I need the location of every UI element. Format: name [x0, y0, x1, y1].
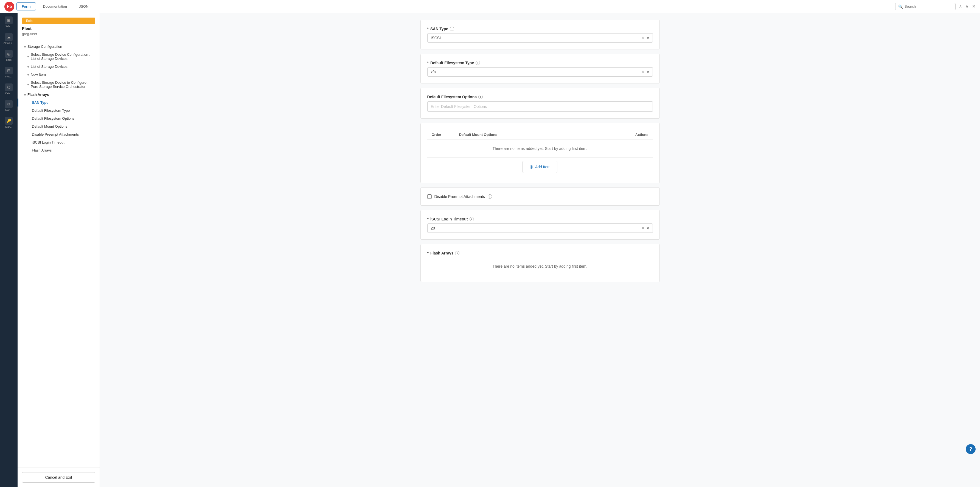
nav-item-sites[interactable]: ◎ Sites [5, 50, 13, 61]
filesystem-options-input[interactable] [427, 101, 653, 112]
label-default-mount-options: Default Mount Options [32, 124, 67, 129]
label-disable-preempt: Disable Preempt Attachments [32, 132, 79, 137]
disable-preempt-checkbox[interactable] [427, 194, 432, 199]
search-next[interactable]: ∨ [964, 3, 970, 10]
filesystem-options-section: Default Filesystem Options i [420, 88, 660, 119]
col-order-header: Order [432, 133, 459, 137]
nav-item-fleet[interactable]: ⊟ Flee... [5, 67, 13, 78]
nav-label-extensions: Exte... [5, 92, 12, 95]
search-prev[interactable]: ∧ [958, 3, 963, 10]
nav-label-grid: Sele... [5, 25, 12, 28]
filesystem-type-clear[interactable]: × [642, 70, 644, 74]
fleet-title: Fleet [18, 26, 100, 32]
nav-label-cloud: Cloud a... [3, 42, 14, 45]
help-button[interactable]: ? [966, 444, 975, 454]
tree-item-list-storage-devices[interactable]: List of Storage Devices [18, 63, 100, 70]
dot-flash-arrays [24, 94, 26, 95]
tree-item-san-type[interactable]: SAN Type [18, 99, 100, 107]
flash-arrays-required: * [427, 251, 429, 255]
tree-item-default-filesystem-options[interactable]: Default Filesystem Options [18, 115, 100, 123]
disable-preempt-label: Disable Preempt Attachments [434, 194, 485, 199]
nav-item-grid[interactable]: ⊞ Sele... [5, 16, 13, 28]
search-close[interactable]: ✕ [972, 4, 975, 9]
label-new-item: New Item [31, 72, 46, 76]
grid-icon: ⊞ [5, 16, 13, 24]
tree-item-default-filesystem-type[interactable]: Default Filesystem Type [18, 107, 100, 115]
label-storage-config: Storage Configuration [27, 45, 62, 49]
nav-item-cloud[interactable]: ☁ Cloud a... [3, 33, 14, 45]
flash-arrays-label-text: Flash Arrays [430, 251, 453, 255]
edit-badge: Edit [22, 18, 95, 24]
add-item-row: ⊕ Add Item [427, 158, 653, 176]
add-item-button[interactable]: ⊕ Add Item [522, 161, 557, 173]
tree-item-default-mount-options[interactable]: Default Mount Options [18, 123, 100, 131]
san-type-info-icon[interactable]: i [450, 27, 454, 31]
iscsi-timeout-info-icon[interactable]: i [469, 217, 474, 221]
label-default-filesystem-type: Default Filesystem Type [32, 108, 70, 113]
table-header: Order Default Mount Options Actions [427, 130, 653, 140]
tree-item-disable-preempt[interactable]: Disable Preempt Attachments [18, 131, 100, 138]
filesystem-type-select[interactable]: xfs × ∨ [427, 67, 653, 76]
nav-item-extensions[interactable]: ⬡ Exte... [5, 83, 13, 95]
nav-label-keys: Man... [5, 126, 12, 128]
iscsi-timeout-label: * iSCSI Login Timeout i [427, 217, 653, 221]
san-type-chevron[interactable]: ∨ [647, 36, 649, 40]
flash-arrays-info-icon[interactable]: i [455, 251, 460, 255]
san-type-clear[interactable]: × [642, 36, 644, 40]
tree-item-iscsi-login-timeout[interactable]: iSCSI Login Timeout [18, 138, 100, 146]
tree-item-select-storage-device[interactable]: Select Storage Device Configuration : Li… [18, 51, 100, 63]
nav-label-fleet: Flee... [5, 75, 12, 78]
col-mount-header: Default Mount Options [459, 133, 616, 137]
filesystem-type-label-text: Default Filesystem Type [430, 60, 474, 65]
col-actions-header: Actions [616, 133, 649, 137]
nav-item-keys[interactable]: 🔑 Man... [5, 117, 13, 128]
tree-item-flash-arrays[interactable]: Flash Arrays [18, 91, 100, 99]
mount-options-empty: There are no items added yet. Start by a… [427, 140, 653, 157]
filesystem-options-info-icon[interactable]: i [478, 95, 483, 99]
search-icon: 🔍 [898, 5, 903, 9]
mount-options-section: Order Default Mount Options Actions Ther… [420, 123, 660, 183]
nav-label-manage: Man... [5, 109, 12, 111]
flash-arrays-label: * Flash Arrays i [427, 251, 653, 255]
san-type-required: * [427, 27, 429, 31]
cancel-exit-button[interactable]: Cancel and Exit [22, 472, 95, 482]
sidebar-bottom: Cancel and Exit [18, 468, 100, 487]
label-default-filesystem-options: Default Filesystem Options [32, 116, 74, 121]
label-san-type: SAN Type [32, 100, 48, 105]
main-layout: ⊞ Sele... ☁ Cloud a... ◎ Sites ⊟ Flee...… [0, 13, 980, 487]
tab-form[interactable]: Form [16, 2, 36, 10]
tree-item-storage-config[interactable]: Storage Configuration [18, 43, 100, 51]
filesystem-type-chevron[interactable]: ∨ [647, 70, 649, 74]
tab-documentation[interactable]: Documentation [38, 3, 72, 10]
flash-arrays-empty: There are no items added yet. Start by a… [427, 258, 653, 275]
filesystem-type-required: * [427, 60, 429, 65]
nav-item-manage[interactable]: ⚙ Man... [5, 100, 13, 111]
nav-tree: Storage Configuration Select Storage Dev… [18, 40, 100, 468]
label-iscsi-login-timeout: iSCSI Login Timeout [32, 140, 65, 145]
filesystem-options-label: Default Filesystem Options i [427, 95, 653, 99]
mount-options-table: Order Default Mount Options Actions Ther… [427, 130, 653, 157]
fleet-subtitle: greg-fleet [18, 32, 100, 40]
iscsi-timeout-select[interactable]: 20 × ∨ [427, 223, 653, 233]
san-type-section: * SAN Type i ISCSI × ∨ [420, 20, 660, 49]
filesystem-options-label-text: Default Filesystem Options [427, 95, 477, 99]
tab-json[interactable]: JSON [74, 3, 94, 10]
flash-arrays-section: * Flash Arrays i There are no items adde… [420, 244, 660, 282]
search-input[interactable] [905, 5, 943, 8]
iscsi-timeout-clear[interactable]: × [642, 226, 644, 230]
disable-preempt-row: Disable Preempt Attachments i [427, 194, 653, 199]
filesystem-type-value: xfs [431, 70, 640, 74]
tree-item-new-item[interactable]: New Item [18, 70, 100, 78]
tree-item-flash-arrays2[interactable]: Flash Arrays [18, 146, 100, 154]
filesystem-type-info-icon[interactable]: i [476, 60, 480, 65]
content-inner: * SAN Type i ISCSI × ∨ * Default Filesys… [414, 13, 666, 293]
tree-item-select-storage2[interactable]: Select Storage Device to Configure : Pur… [18, 78, 100, 91]
label-flash-arrays2: Flash Arrays [32, 148, 52, 152]
iscsi-timeout-chevron[interactable]: ∨ [647, 226, 649, 230]
add-item-label: Add Item [535, 165, 550, 169]
key-icon: 🔑 [5, 117, 13, 125]
san-type-select[interactable]: ISCSI × ∨ [427, 33, 653, 43]
search-nav: ∧ ∨ [958, 3, 970, 10]
disable-preempt-info-icon[interactable]: i [488, 194, 492, 199]
label-list-storage: List of Storage Devices [31, 65, 67, 68]
